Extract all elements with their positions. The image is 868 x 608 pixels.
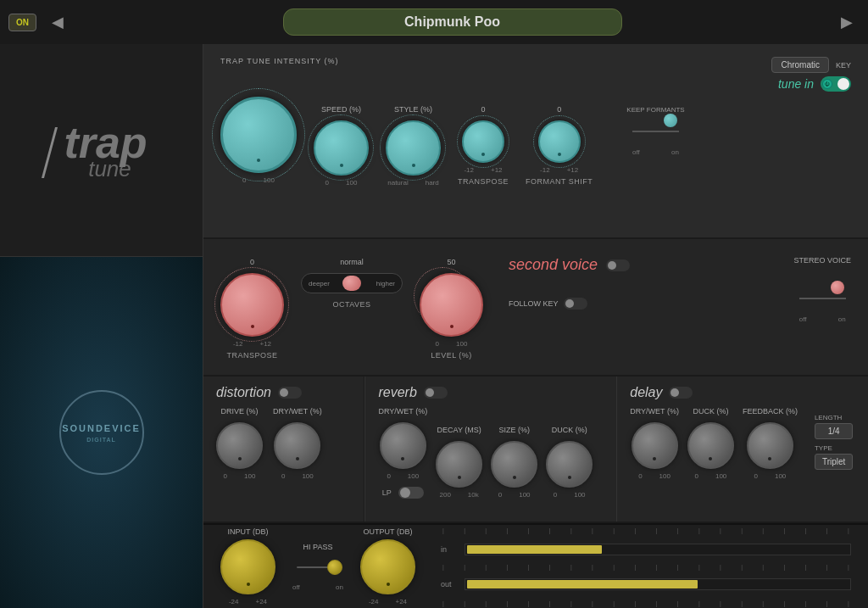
delay-type-value[interactable]: Triplet bbox=[815, 454, 853, 470]
delay-feedback-label: FEEDBACK (%) bbox=[743, 407, 798, 416]
speed-knob[interactable] bbox=[314, 120, 369, 176]
meter-out-bar bbox=[465, 578, 851, 590]
soundevice-label: SOUNDEVICE bbox=[62, 423, 141, 433]
stereo-voice-thumb bbox=[831, 281, 844, 294]
second-voice-toggle[interactable] bbox=[606, 259, 630, 271]
delay-duck-knob[interactable] bbox=[687, 422, 734, 469]
sv-transpose-label: TRANSPOSE bbox=[226, 351, 277, 360]
stereo-voice-range: off on bbox=[799, 315, 846, 323]
hipass-container: HI PASS off on bbox=[292, 543, 343, 591]
transpose1-knob[interactable] bbox=[462, 120, 504, 163]
second-voice-header: second voice bbox=[509, 256, 630, 274]
formant-range: -12 +12 bbox=[540, 166, 578, 174]
meter-out-level bbox=[467, 580, 698, 588]
style-knob-container: STYLE (%) natural hard bbox=[386, 105, 441, 187]
dist-drywet-container: DRY/WET (%) 0 100 bbox=[273, 407, 322, 480]
formant-knob[interactable] bbox=[538, 120, 581, 163]
lp-switch[interactable] bbox=[398, 487, 424, 499]
prev-preset-button[interactable]: ◀ bbox=[45, 9, 70, 35]
trap-tune-section: TRAP TUNE INTENSITY (%) Chromatic KEY tu… bbox=[203, 44, 868, 239]
stereo-voice-switch[interactable] bbox=[799, 287, 846, 310]
sv-transpose-container: 0 -12 +12 TRANSPOSE bbox=[220, 249, 284, 360]
hipass-range: off on bbox=[292, 583, 343, 591]
hipass-label: HI PASS bbox=[303, 543, 333, 551]
delay-feedback-knob[interactable] bbox=[747, 422, 793, 469]
delay-length-value[interactable]: 1/4 bbox=[815, 423, 853, 439]
reverb-knobs: DRY/WET (%) 0 100 LP bbox=[378, 407, 604, 499]
dist-drywet-range: 0 100 bbox=[281, 472, 314, 480]
octaves-slider[interactable]: deeper higher bbox=[301, 273, 403, 293]
sv-level-marker: 50 bbox=[447, 258, 455, 266]
style-knob[interactable] bbox=[386, 120, 441, 176]
rev-decay-label: DECAY (ms) bbox=[437, 426, 481, 434]
hipass-thumb bbox=[327, 560, 342, 575]
rev-drywet-knob[interactable] bbox=[380, 422, 426, 469]
effects-row: distortion DRIVE (%) 0 100 bbox=[203, 377, 868, 523]
dist-drywet-indicator bbox=[296, 457, 299, 460]
input-range: -24 +24 bbox=[229, 598, 267, 605]
follow-key-toggle[interactable] bbox=[564, 298, 587, 310]
drive-indicator bbox=[238, 457, 242, 460]
transpose1-range: -12 +12 bbox=[464, 166, 502, 174]
rev-decay-range: 200 10k bbox=[440, 491, 479, 499]
key-selector[interactable]: Chromatic bbox=[771, 57, 829, 73]
output-knob[interactable] bbox=[360, 539, 415, 594]
delay-duck-container: DUCK (%) 0 100 bbox=[687, 407, 734, 480]
meter-out-row: out bbox=[441, 578, 851, 590]
sv-transpose-knob[interactable] bbox=[220, 273, 284, 337]
right-panel: TRAP TUNE INTENSITY (%) Chromatic KEY tu… bbox=[203, 44, 868, 608]
distortion-toggle[interactable] bbox=[278, 387, 302, 399]
hipass-arc bbox=[297, 566, 339, 568]
meter-out-label: out bbox=[441, 580, 458, 588]
input-knob[interactable] bbox=[220, 539, 275, 594]
delay-knobs: DRY/WET (%) 0 100 DUCK (%) bbox=[630, 407, 798, 480]
delay-drywet-indicator bbox=[653, 457, 656, 460]
drive-label: DRIVE (%) bbox=[220, 407, 258, 416]
keep-formants-container: KEEP FORMANTS off on bbox=[626, 105, 684, 156]
delay-toggle[interactable] bbox=[669, 387, 693, 399]
sv-level-knob-wrap bbox=[420, 273, 483, 337]
rev-decay-indicator bbox=[458, 476, 461, 479]
meter-section: |||||||||||||||||||| in ||||||||||||||||… bbox=[432, 527, 851, 606]
stereo-voice-arc bbox=[799, 298, 846, 299]
rev-duck-indicator bbox=[568, 476, 571, 479]
meter-in-label: in bbox=[441, 545, 458, 554]
intensity-knob-indicator bbox=[257, 159, 260, 162]
distortion-toggle-thumb bbox=[280, 388, 288, 397]
reverb-toggle[interactable] bbox=[424, 387, 448, 399]
octaves-normal-marker: normal bbox=[340, 258, 364, 266]
keep-formants-switch[interactable] bbox=[632, 120, 679, 143]
keep-formants-arc bbox=[632, 131, 679, 132]
intensity-knob[interactable] bbox=[220, 97, 297, 173]
sv-transpose-knob-wrap bbox=[220, 273, 284, 337]
rev-size-knob[interactable] bbox=[491, 441, 537, 488]
keep-formants-label: KEEP FORMANTS bbox=[626, 105, 684, 114]
speed-indicator bbox=[340, 164, 343, 167]
transpose1-knob-wrap bbox=[462, 120, 504, 163]
stereo-voice-label: STEREO VOICE bbox=[793, 256, 851, 265]
delay-settings: LENGTH 1/4 TYPE Triplet bbox=[815, 414, 853, 480]
tune-in-label: tune in bbox=[778, 77, 814, 91]
sv-transpose-marker: 0 bbox=[250, 258, 254, 266]
dist-drywet-label: DRY/WET (%) bbox=[273, 407, 322, 416]
meter-in-row: in bbox=[441, 544, 851, 555]
rev-decay-container: DECAY (ms) 200 10k bbox=[436, 426, 482, 499]
rev-duck-knob[interactable] bbox=[546, 441, 593, 488]
rev-drywet-label: DRY/WET (%) bbox=[378, 407, 427, 416]
drive-knob[interactable] bbox=[216, 422, 263, 469]
delay-toggle-thumb bbox=[670, 388, 679, 397]
delay-drywet-knob[interactable] bbox=[632, 422, 678, 469]
hipass-switch[interactable] bbox=[292, 555, 343, 580]
tune-in-toggle[interactable]: ⏻ bbox=[821, 76, 851, 92]
trap-tune-title: TRAP TUNE INTENSITY (%) bbox=[220, 57, 339, 65]
transpose1-label: TRANSPOSE bbox=[458, 177, 509, 186]
on-button[interactable]: ON bbox=[8, 14, 36, 31]
dist-drywet-knob[interactable] bbox=[274, 422, 320, 469]
transpose1-marker: 0 bbox=[481, 105, 486, 114]
lp-thumb bbox=[400, 488, 410, 498]
delay-type-label: TYPE bbox=[815, 444, 853, 452]
rev-decay-knob[interactable] bbox=[436, 441, 482, 488]
next-preset-button[interactable]: ▶ bbox=[834, 9, 860, 35]
sv-level-knob[interactable] bbox=[420, 273, 483, 337]
formant-marker: 0 bbox=[557, 105, 561, 114]
